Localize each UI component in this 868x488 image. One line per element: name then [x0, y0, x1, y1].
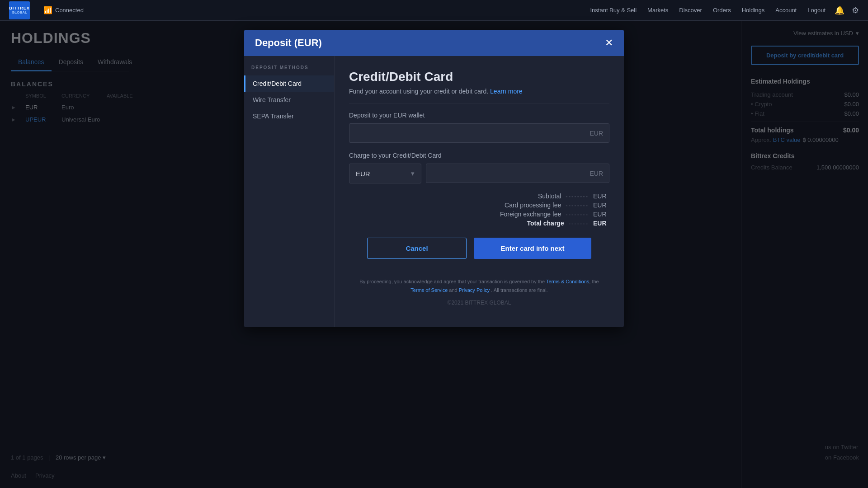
charge-currency-suffix: EUR: [590, 170, 603, 177]
charge-amount-input[interactable]: [426, 164, 609, 183]
total-currency: EUR: [593, 220, 609, 227]
nav-orders[interactable]: Orders: [713, 7, 731, 14]
terms-service-link[interactable]: Terms of Service: [410, 287, 448, 293]
total-dashes: -------: [569, 220, 589, 227]
deposit-wallet-label: Deposit to your EUR wallet: [349, 112, 609, 119]
gear-icon[interactable]: ⚙: [852, 5, 859, 15]
top-nav: BITTREX GLOBAL 📶 Connected Instant Buy &…: [0, 0, 868, 21]
charge-amount-group: EUR: [426, 164, 609, 183]
deposit-amount-input[interactable]: [349, 123, 609, 143]
subtotal-label: Subtotal: [483, 192, 561, 200]
nav-markets[interactable]: Markets: [647, 7, 668, 14]
modal-title: Deposit (EUR): [255, 37, 322, 49]
card-fee-label: Card processing fee: [483, 202, 561, 209]
modal-footer-divider: [349, 270, 609, 270]
total-charge-row: Total charge ------- EUR: [483, 220, 609, 227]
card-subtitle: Fund your account using your credit or d…: [349, 88, 609, 95]
modal-actions: Cancel Enter card info next: [349, 238, 609, 259]
top-nav-links: Instant Buy & Sell Markets Discover Orde…: [590, 7, 826, 14]
card-fee-dashes: --------: [566, 202, 589, 209]
connected-badge: 📶 Connected: [43, 6, 84, 14]
modal-overlay: Deposit (EUR) ✕ DEPOSIT METHODS Credit/D…: [0, 21, 868, 488]
cancel-button[interactable]: Cancel: [367, 238, 467, 259]
fee-summary: Subtotal -------- EUR Card processing fe…: [349, 192, 609, 227]
nav-logout[interactable]: Logout: [807, 7, 826, 14]
enter-card-info-button[interactable]: Enter card info next: [474, 238, 591, 259]
total-charge-label: Total charge: [483, 220, 564, 227]
modal-form-content: Credit/Debit Card Fund your account usin…: [335, 56, 624, 327]
method-sepa-transfer[interactable]: SEPA Transfer: [244, 108, 334, 124]
nav-icons: 🔔 ⚙: [835, 5, 859, 15]
nav-discover[interactable]: Discover: [679, 7, 702, 14]
charge-label: Charge to your Credit/Debit Card: [349, 152, 609, 159]
nav-holdings[interactable]: Holdings: [742, 7, 765, 14]
deposit-modal: Deposit (EUR) ✕ DEPOSIT METHODS Credit/D…: [244, 30, 624, 327]
bell-icon[interactable]: 🔔: [835, 5, 844, 15]
subtotal-currency: EUR: [593, 192, 609, 200]
terms-conditions-link[interactable]: Terms & Conditions: [546, 279, 589, 284]
modal-body: DEPOSIT METHODS Credit/Debit Card Wire T…: [244, 56, 624, 327]
currency-select-dropdown[interactable]: EUR ▾: [349, 164, 421, 183]
method-wire-transfer[interactable]: Wire Transfer: [244, 92, 334, 108]
logo: BITTREX GLOBAL: [9, 1, 30, 19]
fx-fee-row: Foreign exchange fee -------- EUR: [483, 211, 609, 218]
subtotal-row: Subtotal -------- EUR: [483, 192, 609, 200]
privacy-policy-link[interactable]: Privacy Policy: [459, 287, 490, 293]
divider: [349, 103, 609, 103]
card-section-title: Credit/Debit Card: [349, 70, 609, 84]
card-fee-row: Card processing fee -------- EUR: [483, 202, 609, 209]
modal-header: Deposit (EUR) ✕: [244, 30, 624, 56]
fx-fee-currency: EUR: [593, 211, 609, 218]
method-credit-debit-card[interactable]: Credit/Debit Card: [244, 75, 334, 92]
deposit-amount-group: EUR: [349, 123, 609, 143]
deposit-methods-panel: DEPOSIT METHODS Credit/Debit Card Wire T…: [244, 56, 335, 327]
wifi-icon: 📶: [43, 6, 52, 14]
connected-label: Connected: [55, 7, 84, 14]
learn-more-link[interactable]: Learn more: [490, 88, 523, 95]
subtotal-dashes: --------: [566, 193, 589, 200]
charge-row: EUR ▾ EUR: [349, 164, 609, 183]
deposit-currency-suffix: EUR: [590, 130, 603, 137]
nav-account[interactable]: Account: [775, 7, 797, 14]
modal-copyright: ©2021 BITTREX GLOBAL: [349, 294, 609, 308]
logo-area: BITTREX GLOBAL: [9, 1, 30, 19]
modal-footer-text: By proceeding, you acknowledge and agree…: [349, 277, 609, 294]
chevron-down-icon: ▾: [411, 169, 415, 178]
fx-fee-label: Foreign exchange fee: [483, 211, 561, 218]
nav-instant-buy-sell[interactable]: Instant Buy & Sell: [590, 7, 637, 14]
card-fee-currency: EUR: [593, 202, 609, 209]
fx-fee-dashes: --------: [566, 211, 589, 218]
deposit-methods-label: DEPOSIT METHODS: [244, 65, 334, 75]
modal-close-button[interactable]: ✕: [605, 38, 613, 48]
